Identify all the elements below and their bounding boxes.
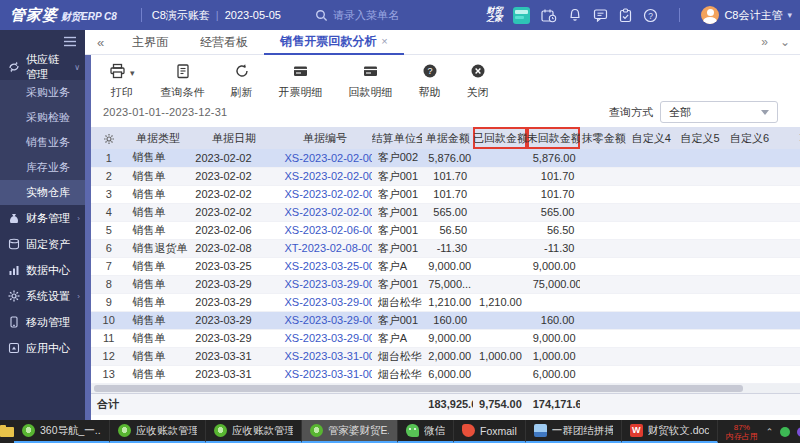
print-button[interactable]: ▾ 打印 [109, 63, 135, 100]
header-doc-date[interactable]: 单据日期 [189, 127, 278, 149]
tasks-clipboard-icon[interactable] [619, 8, 632, 23]
doc-number-link[interactable]: XS-2023-03-29-000... [284, 296, 371, 308]
table-row[interactable]: 4销售单2023-02-02XS-2023-02-02-000...客户0015… [91, 203, 800, 221]
sidebar-collapse-icon[interactable] [63, 36, 77, 49]
sidebar-group-finance[interactable]: 财务管理 › [0, 205, 85, 231]
header-customer[interactable]: 结算单位全名 [372, 127, 423, 149]
refresh-button[interactable]: 刷新 [231, 63, 253, 100]
tab-dashboard[interactable]: 经营看板 [184, 30, 264, 55]
tabs-back-icon[interactable]: « [85, 35, 116, 50]
doc-number-link[interactable]: XS-2023-02-02-000... [284, 206, 371, 218]
topbar-divider [141, 8, 142, 22]
chevron-down-icon [761, 110, 769, 115]
header-custom4[interactable]: 自定义4 [627, 127, 676, 149]
tab-home[interactable]: 主界面 [116, 30, 184, 55]
close-circle-icon [470, 63, 486, 83]
table-row[interactable]: 2销售单2023-02-02XS-2023-02-02-000...客户0011… [91, 167, 800, 185]
table-row[interactable]: 7销售单2023-03-25XS-2023-03-25-000...客户A9,0… [91, 257, 800, 275]
taskbar-item[interactable]: 管家婆财贸E... [302, 420, 398, 443]
help-icon[interactable]: ? [643, 8, 658, 23]
business-date: 2023-05-05 [225, 9, 281, 21]
table-row[interactable]: 3销售单2023-02-02XS-2023-02-02-000...客户0011… [91, 185, 800, 203]
sidebar-item-inventory[interactable]: 库存业务 [0, 155, 85, 180]
messages-icon[interactable] [593, 8, 608, 22]
antivirus-tray-icon[interactable] [780, 427, 790, 437]
doc-number-link[interactable]: XS-2023-02-02-000... [284, 170, 371, 182]
table-row[interactable]: 6销售退货单2023-02-08XT-2023-02-08-000...客户00… [91, 239, 800, 257]
column-settings-header[interactable] [91, 127, 126, 149]
table-row[interactable]: 12销售单2023-03-31XS-2023-03-31-000...烟台松华2… [91, 347, 800, 365]
sidebar-group-fixed-assets[interactable]: 固定资产 [0, 231, 85, 257]
invoice-detail-button[interactable]: 开票明细 [279, 63, 323, 100]
scrollbar-thumb[interactable] [94, 385, 743, 392]
table-row[interactable]: 5销售单2023-02-06XS-2023-02-06-000...客户0015… [91, 221, 800, 239]
sidebar-group-supply-chain[interactable]: 供应链管理 ∨ [0, 54, 85, 80]
taskbar-item[interactable]: 财贸软文.doc... [622, 420, 718, 443]
doc-number-link[interactable]: XS-2023-03-29-000... [284, 314, 371, 326]
close-icon[interactable]: × [381, 35, 387, 47]
horizontal-scrollbar[interactable] [91, 383, 800, 393]
table-row[interactable]: 9销售单2023-03-29XS-2023-03-29-000...烟台松华1,… [91, 293, 800, 311]
menu-search[interactable] [315, 9, 423, 22]
taskbar-item[interactable]: 应收账款管理... [206, 420, 302, 443]
notifications-bell-icon[interactable] [568, 8, 582, 23]
doc-number-link[interactable]: XS-2023-02-02-000... [284, 152, 371, 164]
query-conditions-button[interactable]: 查询条件 [161, 63, 205, 100]
doc-number-link[interactable]: XS-2023-03-31-000... [284, 350, 371, 362]
sidebar-group-system-settings[interactable]: 系统设置 › [0, 283, 85, 309]
close-button[interactable]: 关闭 [467, 63, 489, 100]
memory-usage-badge[interactable]: 87% 内存占用 [718, 420, 766, 443]
schedule-icon[interactable] [541, 8, 557, 23]
table-row[interactable]: 10销售单2023-03-29XS-2023-03-29-000...客户001… [91, 311, 800, 329]
caimao-home-logo[interactable]: 财贸 之家 [486, 7, 502, 23]
doc-number-link[interactable]: XS-2023-02-06-000... [284, 224, 371, 236]
taskbar-item[interactable]: 微信 [398, 420, 454, 443]
header-custom5[interactable]: 自定义5 [676, 127, 725, 149]
tab-sales-invoice-analysis[interactable]: 销售开票回款分析 × [264, 30, 403, 55]
taskbar-item[interactable]: 一群团结拼搏... [526, 420, 622, 443]
table-row[interactable]: 1销售单2023-02-02XS-2023-02-02-000...客户0025… [91, 149, 800, 167]
header-custom6[interactable]: 自定义6 [724, 127, 775, 149]
tabs-list-icon[interactable]: ⌄ [780, 35, 790, 49]
taskbar-item[interactable]: 应收账款管理... [110, 420, 206, 443]
sidebar-item-sales[interactable]: 销售业务 [0, 130, 85, 155]
app-logo: 管家婆 财贸ERP C8 [0, 6, 131, 25]
doc-number-link[interactable]: XS-2023-03-29-000... [284, 332, 371, 344]
header-doc-number[interactable]: 单据编号 [278, 127, 371, 149]
sidebar-item-warehouse[interactable]: 实物仓库 [0, 180, 85, 205]
doc-number-link[interactable]: XS-2023-03-25-000... [284, 260, 371, 272]
sidebar-item-purchase-inspect[interactable]: 采购检验 [0, 105, 85, 130]
sidebar-group-app-center[interactable]: 应用中心 [0, 335, 85, 361]
table-row[interactable]: 11销售单2023-03-29XS-2023-03-29-000...客户A9,… [91, 329, 800, 347]
taskbar-item[interactable]: Foxmail [454, 420, 526, 443]
taskbar-item[interactable]: 360导航_一... [14, 420, 110, 443]
header-unreceived-amount[interactable]: 未回款金额 [527, 127, 581, 149]
doc-number-link[interactable]: XS-2023-02-02-000... [284, 188, 371, 200]
search-input[interactable] [333, 9, 423, 21]
header-rounding[interactable]: 抹零金额 [580, 127, 627, 149]
sidebar-group-mobile[interactable]: 移动管理 [0, 309, 85, 335]
doc-number-link[interactable]: XS-2023-03-31-000... [284, 368, 371, 380]
tray-expand-icon[interactable]: ⌃ [766, 427, 774, 437]
doc-number-link[interactable]: XT-2023-02-08-000... [284, 242, 371, 254]
account-switcher[interactable]: C8演示账套 | 2023-05-05 [152, 8, 281, 23]
sidebar-item-purchase[interactable]: 采购业务 [0, 80, 85, 105]
doc-number-link[interactable]: XS-2023-03-29-000... [284, 278, 371, 290]
query-method-select[interactable]: 全部 [660, 101, 778, 123]
user-menu[interactable]: C8会计主管 ▾ [701, 6, 792, 24]
header-project[interactable]: 项目 [775, 127, 800, 149]
header-amount[interactable]: 单据金额 [422, 127, 473, 149]
help-button[interactable]: ? 帮助 [419, 63, 441, 100]
table-row[interactable]: 8销售单2023-03-29XS-2023-03-29-000...客户0017… [91, 275, 800, 293]
promo-badge-icon[interactable] [513, 7, 530, 24]
header-doc-type[interactable]: 单据类型 [126, 127, 189, 149]
payment-detail-button[interactable]: 回款明细 [349, 63, 393, 100]
table-row[interactable]: 13销售单2023-03-31XS-2023-03-31-000...烟台松华6… [91, 365, 800, 383]
date-range[interactable]: 2023-01-01--2023-12-31 [103, 106, 227, 118]
sidebar-group-data-center[interactable]: 数据中心 [0, 257, 85, 283]
file-explorer-button[interactable] [0, 420, 14, 443]
tabs-more-icon[interactable]: » [761, 35, 768, 49]
print-dropdown-icon[interactable]: ▾ [130, 68, 135, 78]
browser-360-icon [214, 424, 227, 437]
header-received-amount[interactable]: 已回款金额 [473, 127, 527, 149]
